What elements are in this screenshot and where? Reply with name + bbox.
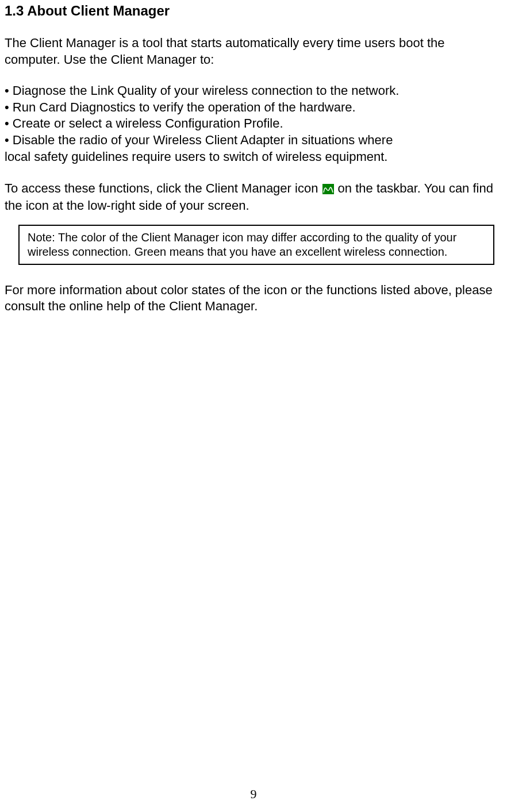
page-number: 9	[0, 787, 507, 802]
note-text: Note: The color of the Client Manager ic…	[28, 230, 485, 259]
section-heading: 1.3 About Client Manager	[5, 3, 502, 19]
access-text-before: To access these functions, click the Cli…	[5, 181, 322, 195]
intro-paragraph: The Client Manager is a tool that starts…	[5, 35, 502, 68]
bullet-item: • Diagnose the Link Quality of your wire…	[5, 83, 502, 99]
bullet-item: local safety guidelines require users to…	[5, 149, 502, 166]
bullet-item: • Run Card Diagnostics to verify the ope…	[5, 99, 502, 116]
closing-paragraph: For more information about color states …	[5, 282, 502, 315]
note-box: Note: The color of the Client Manager ic…	[18, 225, 494, 265]
access-paragraph: To access these functions, click the Cli…	[5, 180, 502, 214]
bullet-list: • Diagnose the Link Quality of your wire…	[5, 83, 502, 165]
bullet-item: • Disable the radio of your Wireless Cli…	[5, 132, 502, 149]
bullet-item: • Create or select a wireless Configurat…	[5, 116, 502, 132]
client-manager-icon	[322, 184, 334, 194]
